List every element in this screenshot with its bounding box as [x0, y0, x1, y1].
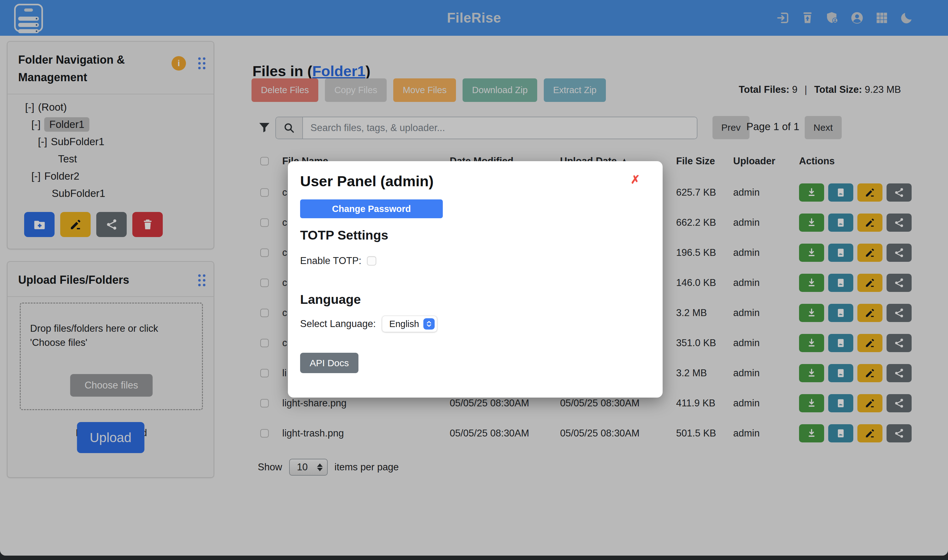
close-icon[interactable]: ✗	[631, 173, 640, 186]
language-heading: Language	[300, 292, 361, 307]
select-language-row: Select Language: English	[300, 316, 437, 332]
select-chevrons-icon	[423, 318, 435, 329]
select-language-label: Select Language:	[300, 318, 376, 329]
desktop-background: FileRise	[0, 0, 948, 560]
enable-totp-checkbox[interactable]	[367, 256, 376, 266]
totp-settings-heading: TOTP Settings	[300, 228, 388, 243]
enable-totp-label: Enable TOTP:	[300, 255, 361, 266]
api-docs-button[interactable]: API Docs	[300, 353, 359, 373]
modal-title: User Panel (admin)	[300, 172, 434, 190]
enable-totp-row: Enable TOTP:	[300, 255, 376, 266]
change-password-button[interactable]: Change Password	[300, 199, 443, 218]
user-panel-modal: ✗ User Panel (admin) Change Password TOT…	[288, 161, 663, 398]
language-select[interactable]: English	[382, 316, 437, 332]
language-select-value: English	[389, 319, 419, 329]
